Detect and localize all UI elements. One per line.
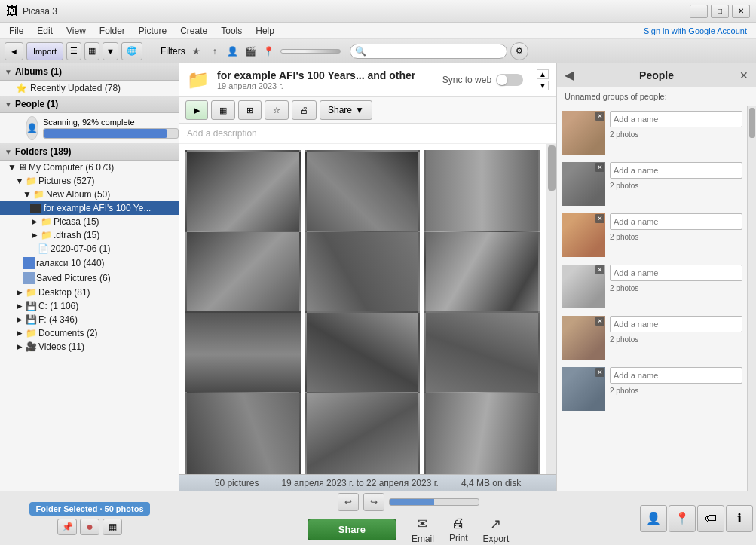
photo-thumb-9[interactable] — [424, 311, 540, 398]
import-button[interactable]: Import — [26, 42, 63, 60]
photo-thumb-2[interactable] — [305, 150, 421, 237]
tags-view-button[interactable]: 🏷 — [697, 505, 724, 532]
grid-scrollbar[interactable] — [546, 144, 556, 474]
photo-thumb-3[interactable] — [424, 150, 540, 237]
menu-edit[interactable]: Edit — [31, 24, 59, 38]
person-name-input-6[interactable] — [610, 367, 742, 384]
view-grid-button[interactable]: ▦ — [84, 42, 99, 60]
date-folder-item[interactable]: 📄 2020-07-06 (1) — [0, 242, 179, 256]
person-remove-3[interactable]: ✕ — [595, 214, 604, 223]
grid-btn[interactable]: ▦ — [103, 519, 122, 535]
filter-video[interactable]: 🎬 — [243, 44, 259, 59]
picasa-item[interactable]: ► 📁 Picasa (15) — [0, 215, 179, 228]
email-action[interactable]: ✉ Email — [412, 516, 434, 544]
my-computer-item[interactable]: ▼ 🖥 My Computer (6 073) — [0, 161, 179, 174]
menu-create[interactable]: Create — [174, 24, 213, 38]
zoom-slider[interactable] — [389, 498, 479, 506]
photo-thumb-12[interactable] — [424, 392, 540, 474]
grid-scroll-thumb[interactable] — [548, 145, 556, 191]
share-button[interactable]: Share — [308, 519, 396, 540]
people-left-arrow[interactable]: ◀ — [565, 68, 574, 82]
desktop-item[interactable]: ► 📁 Desktop (81) — [0, 286, 179, 299]
menu-folder[interactable]: Folder — [93, 24, 131, 38]
person-remove-6[interactable]: ✕ — [595, 368, 604, 377]
view-list-button[interactable]: ☰ — [66, 42, 81, 60]
person-name-input-5[interactable] — [610, 316, 742, 332]
person-remove-5[interactable]: ✕ — [595, 317, 604, 326]
filter-slider[interactable] — [280, 49, 341, 54]
person-remove-2[interactable]: ✕ — [595, 163, 604, 172]
print-action[interactable]: 🖨 Print — [449, 516, 468, 543]
person-remove-4[interactable]: ✕ — [595, 265, 604, 274]
person-name-input-3[interactable] — [610, 213, 742, 230]
upload-button[interactable]: 🌐 — [121, 42, 142, 60]
gridview-button[interactable]: ⊞ — [238, 100, 262, 120]
filter-person[interactable]: 👤 — [225, 44, 241, 59]
share-action-button[interactable]: Share ▼ — [320, 100, 372, 120]
print-button[interactable]: 🖨 — [292, 100, 317, 120]
photo-thumb-6[interactable] — [424, 231, 540, 317]
star-button[interactable]: ☆ — [265, 100, 289, 120]
people-view-button[interactable]: 👤 — [640, 505, 667, 532]
menu-picture[interactable]: Picture — [133, 24, 173, 38]
search-box[interactable]: 🔍 — [350, 44, 507, 59]
rotate-right-button[interactable]: ↪ — [363, 493, 384, 511]
photo-thumb-1[interactable] — [185, 150, 301, 236]
map-view-button[interactable]: 📍 — [669, 505, 696, 532]
filter-star[interactable]: ★ — [188, 44, 205, 59]
play-slideshow-button[interactable]: ▶ — [185, 100, 208, 120]
scroll-down-btn[interactable]: ▼ — [537, 81, 549, 90]
menu-tools[interactable]: Tools — [215, 24, 248, 38]
folders-section-header[interactable]: ▼ Folders (189) — [0, 143, 179, 161]
minimize-button[interactable]: − — [690, 5, 708, 18]
dtrash-item[interactable]: ► 📁 .dtrash (15) — [0, 228, 179, 242]
search-settings-button[interactable]: ⚙ — [510, 42, 528, 60]
pictures-item[interactable]: ▼ 📁 Pictures (527) — [0, 174, 179, 188]
sync-toggle[interactable] — [496, 74, 523, 86]
people-section-header[interactable]: ▼ People (1) — [0, 96, 179, 113]
people-scrollbar[interactable] — [747, 106, 756, 491]
description-area[interactable]: Add a description — [179, 124, 556, 144]
photo-thumb-10[interactable] — [185, 392, 301, 474]
filter-geo[interactable]: 📍 — [261, 44, 277, 59]
menu-file[interactable]: File — [3, 24, 29, 38]
person-name-input-2[interactable] — [610, 162, 742, 179]
videos-item[interactable]: ► 🎥 Videos (11) — [0, 340, 179, 354]
add-to-album-button[interactable]: 📌 — [57, 519, 77, 535]
people-scroll-thumb[interactable] — [749, 108, 755, 138]
photo-thumb-5[interactable] — [305, 231, 421, 317]
view-dropdown-button[interactable]: ▼ — [103, 42, 118, 60]
scanning-status-label: Scanning, 92% complete — [43, 118, 179, 127]
person-remove-1[interactable]: ✕ — [595, 112, 604, 121]
albums-section-header[interactable]: ▼ Albums (1) — [0, 63, 179, 81]
photo-thumb-11[interactable] — [305, 392, 421, 474]
export-action[interactable]: ↗ Export — [483, 516, 510, 544]
menu-help[interactable]: Help — [249, 24, 280, 38]
recently-updated-item[interactable]: ⭐ Recently Updated (78) — [0, 81, 179, 96]
documents-item[interactable]: ► 📁 Documents (2) — [0, 326, 179, 340]
photo-thumb-4[interactable] — [185, 231, 301, 317]
close-button[interactable]: ✕ — [732, 5, 750, 18]
selected-folder-item[interactable]: for example AFI's 100 Ye... — [0, 201, 179, 215]
search-input[interactable] — [366, 47, 502, 56]
back-button[interactable]: ◄ — [5, 42, 23, 60]
filter-upload[interactable]: ↑ — [207, 44, 223, 59]
saved-pictures-item[interactable]: Saved Pictures (6) — [0, 271, 179, 286]
photo-thumb-8[interactable] — [305, 311, 421, 398]
maximize-button[interactable]: □ — [711, 5, 729, 18]
galaxi-item[interactable]: галакси 10 (440) — [0, 256, 179, 271]
menu-view[interactable]: View — [60, 24, 92, 38]
info-view-button[interactable]: ℹ — [726, 505, 753, 532]
new-album-item[interactable]: ▼ 📁 New Album (50) — [0, 188, 179, 201]
collage-button[interactable]: ▦ — [211, 100, 235, 120]
f-drive-item[interactable]: ► 💾 F: (4 346) — [0, 313, 179, 326]
c-drive-item[interactable]: ► 💾 C: (1 106) — [0, 299, 179, 313]
circle-btn[interactable]: ● — [80, 519, 99, 535]
people-close-button[interactable]: ✕ — [739, 69, 748, 81]
rotate-left-button[interactable]: ↩ — [338, 493, 359, 511]
sign-in-link[interactable]: Sign in with Google Account — [644, 26, 747, 35]
scroll-up-btn[interactable]: ▲ — [537, 69, 549, 79]
person-name-input-4[interactable] — [610, 265, 742, 281]
photo-thumb-7[interactable] — [185, 311, 301, 397]
person-name-input-1[interactable] — [610, 111, 742, 127]
